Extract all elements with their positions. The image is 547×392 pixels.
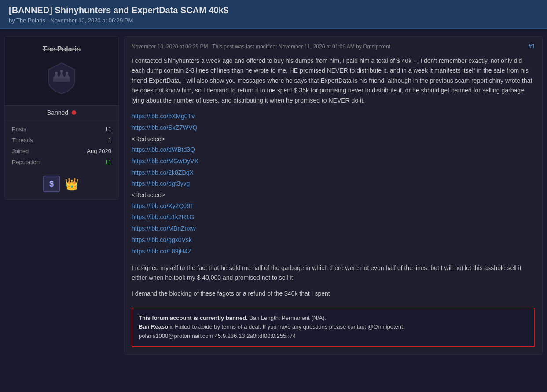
badge-crown: 👑 [63,176,80,192]
page-header: [BANNED] Shinyhunters and ExpertData SCA… [0,0,547,29]
badge-dollar: $ [43,176,60,192]
post-link-item: https://ibb.co/dgt3yvg [132,179,535,189]
badges-row: $ 👑 [43,176,80,192]
threads-label: Threads [12,137,33,143]
post-link-item: https://ibb.co/ggx0Vsk [132,235,535,245]
post-link[interactable]: https://ibb.co/p1k2R1G [132,212,535,223]
svg-rect-0 [53,78,70,82]
main-content: The Polaris Banned [0,29,547,362]
reputation-value: 11 [105,159,111,165]
post-link-item: https://ibb.co/Xy2QJ9T [132,201,535,212]
posts-value: 11 [105,126,111,132]
post-link-item: https://ibb.co/bXMg0Tv [132,111,535,122]
svg-point-2 [55,72,58,74]
ban-length: Ban Length: Permanent (N/A). [248,315,326,321]
reputation-label: Reputation [12,159,40,165]
ban-notice-title: This forum account is currently banned. [139,315,248,321]
ban-reason-label: Ban Reason [139,323,172,330]
user-stats: Posts 11 Threads 1 Joined Aug 2020 Reput… [5,120,118,171]
user-panel: The Polaris Banned [4,36,119,200]
post-link-item: https://ibb.co/MGwDyVX [132,156,535,167]
post-link[interactable]: https://ibb.co/dgt3yvg [132,179,535,189]
post-body: I contacted Shinyhunters a week ago and … [132,56,535,347]
post-link[interactable]: https://ibb.co/L89jH4Z [132,246,535,257]
svg-point-3 [60,70,63,73]
avatar-icon [44,61,79,96]
username: The Polaris [43,45,81,53]
post-link[interactable]: https://ibb.co/MGwDyVX [132,156,535,167]
post-link-item: https://ibb.co/L89jH4Z [132,246,535,257]
stat-row-posts: Posts 11 [12,124,111,135]
post-meta: November 10, 2020 at 06:29 PM This post … [132,44,535,50]
post-link[interactable]: https://ibb.co/ggx0Vsk [132,235,535,245]
page-meta: by The Polaris - November 10, 2020 at 06… [9,17,538,24]
post-link-item: <Redacted> [132,134,535,144]
status-row: Banned [5,106,118,120]
status-label: Banned [47,109,68,116]
post-link[interactable]: https://ibb.co/bXMg0Tv [132,111,535,122]
post-link-item: <Redacted> [132,190,535,200]
post-link-item: https://ibb.co/p1k2R1G [132,212,535,223]
post-link-item: https://ibb.co/2k8ZBqX [132,168,535,178]
stat-row-joined: Joined Aug 2020 [12,146,111,157]
post-links: https://ibb.co/bXMg0Tvhttps://ibb.co/SxZ… [132,111,535,257]
ban-notice-line1: This forum account is currently banned. … [139,314,528,323]
post-link[interactable]: https://ibb.co/SxZ7WVQ [132,123,535,133]
posts-label: Posts [12,126,26,132]
stat-row-reputation: Reputation 11 [12,157,111,168]
joined-value: Aug 2020 [87,148,111,154]
post-paragraph-3: I demand the blocking of these fagots or… [132,289,535,298]
post-link-item: https://ibb.co/SxZ7WVQ [132,123,535,133]
post-area: November 10, 2020 at 06:29 PM This post … [124,36,543,355]
avatar [42,59,81,98]
post-paragraph-2: I resigned myself to the fact that he so… [132,263,535,283]
post-paragraph-1: I contacted Shinyhunters a week ago and … [132,56,535,105]
post-date: November 10, 2020 at 06:29 PM [132,44,208,50]
stat-row-threads: Threads 1 [12,135,111,146]
post-link[interactable]: https://ibb.co/Xy2QJ9T [132,201,535,212]
post-link[interactable]: https://ibb.co/MBnZnxw [132,223,535,234]
ban-reason-text: : Failed to abide by terms of a deal. If… [172,323,404,330]
svg-point-4 [66,72,68,74]
post-link[interactable]: https://ibb.co/2k8ZBqX [132,168,535,178]
post-link-item: https://ibb.co/dWBtd3Q [132,145,535,155]
post-number: #1 [528,43,535,50]
user-avatar-area: The Polaris [5,37,118,106]
post-modified: This post was last modified: November 11… [212,44,392,50]
threads-value: 1 [108,137,111,143]
status-dot [72,110,76,115]
ban-notice: This forum account is currently banned. … [132,308,535,347]
ban-notice-line2: Ban Reason: Failed to abide by terms of … [139,322,528,332]
ban-notice-extra: polaris1000@protonmail.com 45.9.236.13 2… [139,332,528,341]
page-title: [BANNED] Shinyhunters and ExpertData SCA… [9,5,538,15]
joined-label: Joined [12,148,29,154]
post-link[interactable]: https://ibb.co/dWBtd3Q [132,145,535,155]
post-link-item: https://ibb.co/MBnZnxw [132,223,535,234]
